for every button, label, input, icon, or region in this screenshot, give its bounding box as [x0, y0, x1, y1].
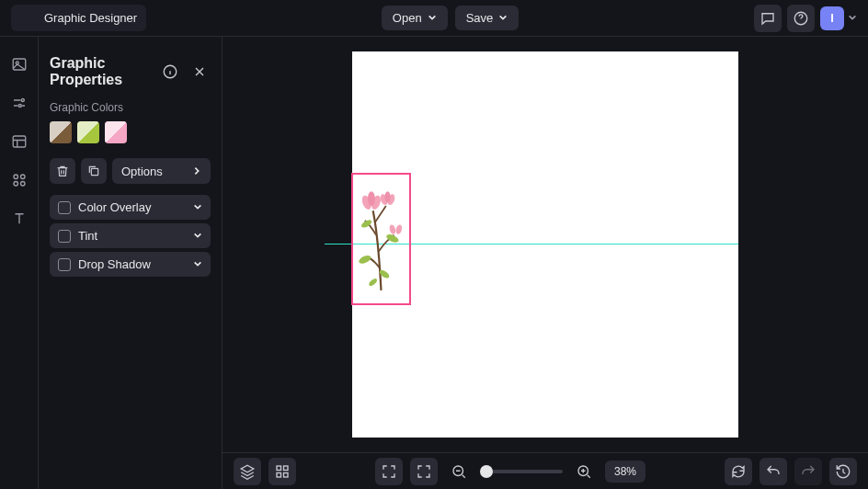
svg-rect-27	[277, 472, 281, 477]
svg-rect-11	[91, 168, 97, 175]
svg-rect-28	[284, 472, 289, 477]
zoom-slider[interactable]	[480, 470, 563, 473]
svg-point-3	[21, 99, 24, 102]
adjust-tool[interactable]	[6, 90, 32, 116]
grid-view-button[interactable]	[268, 458, 296, 485]
svg-point-24	[395, 224, 404, 235]
layout-tool[interactable]	[6, 129, 32, 154]
photo-tool[interactable]	[6, 51, 32, 77]
svg-point-23	[389, 224, 397, 235]
chevron-down-icon	[498, 11, 508, 25]
svg-point-12	[358, 254, 372, 265]
svg-point-13	[385, 233, 400, 244]
svg-rect-5	[13, 136, 26, 147]
svg-point-7	[20, 175, 25, 179]
chevron-down-icon	[193, 200, 202, 214]
selected-graphic[interactable]	[351, 173, 411, 305]
svg-rect-26	[284, 466, 289, 471]
user-avatar[interactable]: I	[820, 6, 844, 30]
hamburger-icon	[20, 8, 37, 28]
redo-button[interactable]	[794, 458, 822, 485]
user-menu-chevron[interactable]	[848, 11, 857, 25]
components-tool[interactable]	[6, 167, 32, 193]
layers-button[interactable]	[234, 458, 261, 485]
close-panel-button[interactable]	[188, 61, 211, 83]
svg-point-9	[20, 182, 25, 187]
svg-point-6	[14, 175, 18, 179]
color-swatch-3[interactable]	[105, 121, 127, 143]
save-button[interactable]: Save	[455, 6, 520, 30]
options-button[interactable]: Options	[112, 158, 211, 184]
canvas-viewport[interactable]	[223, 37, 868, 452]
svg-point-19	[368, 191, 375, 206]
app-menu[interactable]: Graphic Designer	[11, 5, 146, 31]
app-title: Graphic Designer	[44, 11, 137, 25]
zoom-in-button[interactable]	[570, 458, 598, 485]
zoom-out-button[interactable]	[445, 458, 473, 485]
svg-point-4	[18, 105, 21, 108]
svg-point-8	[14, 182, 18, 187]
svg-rect-25	[277, 466, 281, 471]
tool-rail	[0, 37, 39, 489]
info-button[interactable]	[159, 61, 181, 83]
flower-graphic	[357, 178, 405, 292]
color-swatch-1[interactable]	[50, 121, 72, 143]
fit-button[interactable]	[410, 458, 438, 485]
artboard[interactable]	[352, 51, 738, 438]
refresh-button[interactable]	[725, 458, 752, 485]
svg-point-16	[368, 278, 379, 288]
prop-color-overlay[interactable]: Color Overlay	[50, 195, 211, 220]
open-button[interactable]: Open	[382, 6, 448, 30]
zoom-slider-handle[interactable]	[480, 465, 493, 478]
fullscreen-button[interactable]	[375, 458, 403, 485]
checkbox[interactable]	[58, 230, 71, 243]
chevron-right-icon	[192, 165, 201, 178]
checkbox[interactable]	[58, 258, 71, 271]
checkbox[interactable]	[58, 201, 71, 214]
zoom-percentage[interactable]: 38%	[605, 461, 645, 483]
prop-tint[interactable]: Tint	[50, 223, 211, 248]
svg-point-22	[384, 191, 390, 202]
delete-button[interactable]	[50, 158, 75, 184]
graphic-colors-label: Graphic Colors	[50, 101, 211, 114]
help-button[interactable]	[787, 5, 815, 32]
undo-button[interactable]	[760, 458, 787, 485]
comments-button[interactable]	[754, 5, 782, 32]
color-swatch-2[interactable]	[77, 121, 99, 143]
properties-panel: Graphic Properties Graphic Colors Option…	[39, 37, 223, 489]
prop-drop-shadow[interactable]: Drop Shadow	[50, 252, 211, 277]
panel-title: Graphic Properties	[50, 55, 152, 88]
chevron-down-icon	[193, 229, 202, 243]
history-button[interactable]	[829, 458, 857, 485]
chevron-down-icon	[428, 11, 437, 25]
chevron-down-icon	[193, 257, 202, 271]
duplicate-button[interactable]	[81, 158, 107, 184]
text-tool[interactable]	[6, 206, 32, 232]
